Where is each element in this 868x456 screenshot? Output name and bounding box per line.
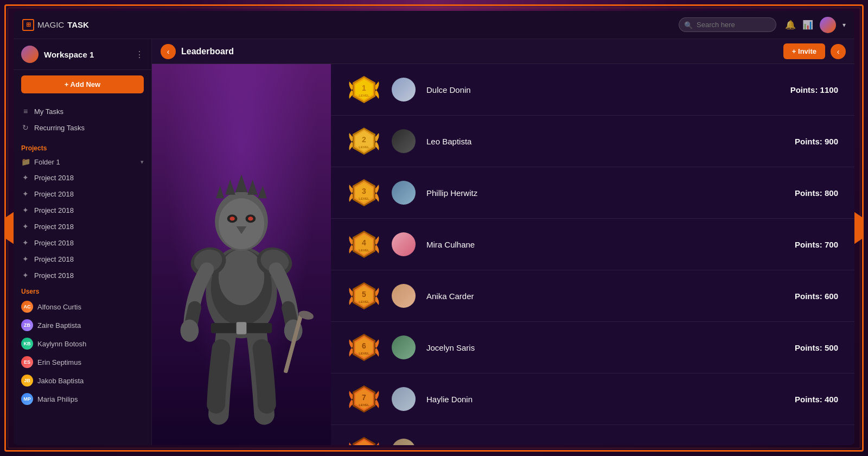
user-name: Kaylynn Botosh [37,340,86,348]
svg-text:8: 8 [362,445,366,445]
users-list: ACAlfonso CurtisZBZaire BaptistaKBKaylyn… [14,297,151,408]
leaderboard-name: Leo Baptista [426,137,784,146]
user-name: Alfonso Curtis [37,303,81,311]
sidebar-user-item[interactable]: MPMaria Philips [14,390,151,408]
leaderboard-name: Jocelyn Saris [426,343,784,352]
rank-badge: 7 LEVEL [347,382,381,416]
leaderboard-avatar [392,181,416,205]
user-avatar-small: ES [21,356,33,368]
leaderboard-avatar [392,439,416,445]
analytics-button[interactable]: 📊 [802,20,813,30]
recurring-tasks-icon: ↻ [21,123,30,132]
sidebar-user-item[interactable]: JBJakob Baptista [14,371,151,390]
user-name: Maria Philips [37,395,78,403]
project-label: Project 2018 [34,206,74,214]
svg-text:7: 7 [362,393,366,402]
svg-text:LEVEL: LEVEL [359,197,369,200]
svg-text:6: 6 [362,341,366,350]
sidebar-user-item[interactable]: ZBZaire Baptista [14,316,151,334]
recurring-tasks-item[interactable]: ↻ Recurring Tasks [14,119,151,136]
workspace-name: Workspace 1 [44,50,130,59]
leaderboard-row[interactable]: 7 LEVEL Haylie Donin Points: 400 [331,373,854,425]
project-label: Project 2018 [34,255,74,263]
folder-1-item[interactable]: 📁 Folder 1 ▾ [14,154,151,169]
leaderboard-row[interactable]: 6 LEVEL Jocelyn Saris Points: 500 [331,322,854,373]
svg-text:2: 2 [362,135,366,144]
project-item[interactable]: ✦Project 2018 [14,186,151,202]
rank-badge: 3 LEVEL [347,176,381,210]
leaderboard-avatar [392,335,416,359]
sidebar-user-item[interactable]: KBKaylynn Botosh [14,334,151,353]
leaderboard-row[interactable]: 5 LEVEL Anika Carder Points: 600 [331,270,854,322]
user-avatar-small: KB [21,338,33,350]
rank-badge: 1 LEVEL [347,73,381,106]
project-icon: ✦ [21,206,30,214]
leaderboard-avatar [392,129,416,153]
search-input[interactable] [679,17,776,32]
svg-point-13 [248,217,253,221]
leaderboard-points: Points: 1100 [790,85,838,94]
project-item[interactable]: ✦Project 2018 [14,202,151,218]
rank-badge: 6 LEVEL [347,331,381,364]
svg-point-19 [181,319,199,341]
svg-marker-14 [216,186,224,198]
sidebar-user-item[interactable]: ESErin Septimus [14,353,151,371]
rank-badge: 5 LEVEL [347,279,381,313]
svg-marker-16 [235,174,248,192]
project-icon: ✦ [21,189,30,198]
svg-marker-17 [247,180,258,195]
user-avatar-small: MP [21,393,33,405]
logo-task-text: TASK [67,20,89,29]
notifications-button[interactable]: 🔔 [785,20,796,30]
svg-point-12 [229,217,234,221]
leaderboard-row[interactable]: 3 LEVEL Phillip Herwitz Points: 800 [331,167,854,219]
leaderboard-list: 1 LEVEL Dulce Donin Points: 1100 2 LEVEL [331,64,854,445]
folder-chevron-icon: ▾ [141,159,144,166]
user-avatar-small: JB [21,375,33,387]
leaderboard-points: Points: 900 [795,137,838,146]
project-item[interactable]: ✦Project 2018 [14,267,151,283]
project-icon: ✦ [21,173,30,182]
rank-badge-container: 4 LEVEL [347,227,381,261]
leaderboard-name: Anika Carder [426,292,784,301]
leaderboard-row[interactable]: 2 LEVEL Leo Baptista Points: 900 [331,116,854,167]
user-avatar-small: AC [21,301,33,313]
collapse-button[interactable]: ‹ [831,44,846,59]
project-item[interactable]: ✦Project 2018 [14,235,151,251]
user-avatar-button[interactable] [820,17,836,33]
main-area: Workspace 1 ⋮ + Add New ≡ My Tasks ↻ Rec… [14,39,854,445]
project-item[interactable]: ✦Project 2018 [14,169,151,186]
back-button[interactable]: ‹ [161,44,176,59]
leaderboard-points: Points: 400 [795,395,838,404]
leaderboard-row[interactable]: 4 LEVEL Mira Culhane Points: 700 [331,219,854,270]
project-item[interactable]: ✦Project 2018 [14,251,151,267]
my-tasks-item[interactable]: ≡ My Tasks [14,103,151,119]
svg-marker-18 [258,186,267,198]
rank-badge-container: 6 LEVEL [347,331,381,364]
leaderboard-row[interactable]: 1 LEVEL Dulce Donin Points: 1100 [331,64,854,116]
leaderboard-points: Points: 500 [795,343,838,352]
rank-badge-container: 5 LEVEL [347,279,381,313]
project-label: Project 2018 [34,174,74,182]
rank-badge-container: 1 LEVEL [347,73,381,106]
sidebar-user-item[interactable]: ACAlfonso Curtis [14,297,151,316]
leaderboard-name: Mira Culhane [426,240,784,249]
projects-list: ✦Project 2018✦Project 2018✦Project 2018✦… [14,169,151,283]
project-item[interactable]: ✦Project 2018 [14,218,151,235]
search-wrapper: 🔍 [679,17,776,32]
invite-button[interactable]: + Invite [783,43,825,59]
workspace-menu-icon[interactable]: ⋮ [135,49,144,60]
projects-label: Projects [14,140,151,154]
leaderboard-row[interactable]: 8 LEVEL Talan Dorwart Points: 400 [331,425,854,445]
leaderboard-points: Points: 800 [795,188,838,198]
content-header: ‹ Leaderboard + Invite ‹ [152,39,854,64]
svg-text:LEVEL: LEVEL [359,249,369,252]
user-avatar-small: ZB [21,319,33,331]
project-icon: ✦ [21,255,30,263]
leaderboard-avatar [392,78,416,102]
navbar: ⊞ MAGICTASK 🔍 🔔 📊 ▾ [14,11,854,39]
svg-point-9 [219,198,264,249]
chevron-down-icon[interactable]: ▾ [843,21,846,29]
add-new-button[interactable]: + Add New [21,75,144,93]
leaderboard-avatar [392,387,416,411]
